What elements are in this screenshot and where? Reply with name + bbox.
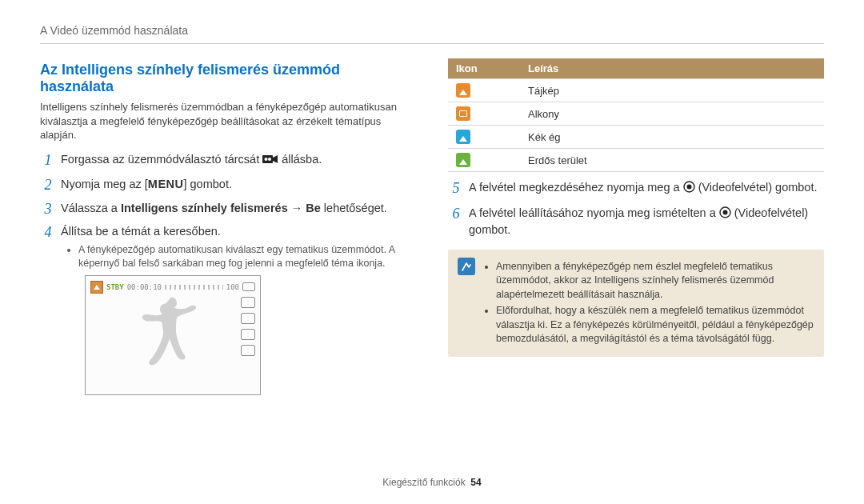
step-4: Állítsa be a témát a keresőben. A fényké… [40,224,416,394]
section-heading: Az Intelligens színhely felismerés üzemm… [40,62,416,95]
bluesky-icon [456,130,470,144]
preview-side-icon-1 [241,297,255,308]
step-3-text-b: lehetőséget. [321,202,387,214]
step-3-arrow: → [288,202,306,214]
svg-point-2 [268,158,271,161]
preview-side-icon-4 [241,345,255,356]
icon-table: Ikon Leírás Tájkép Alkony Kék ég Erdős t… [448,58,824,172]
record-button-icon-2 [719,206,731,223]
svg-point-4 [686,185,691,190]
scene-icon [90,281,103,294]
steps-list-right: A felvétel megkezdéséhez nyomja meg a (V… [448,180,824,238]
subject-silhouette [141,290,205,383]
step-1-text-b: állásba. [282,153,322,166]
row-sunset: Alkony [520,102,824,126]
th-desc: Leírás [520,58,824,79]
svg-point-1 [265,158,268,161]
step-4-text: Állítsa be a témát a keresőben. [61,225,221,238]
step-2-text-b: ] gombot. [184,178,232,190]
landscape-icon [456,83,470,98]
step-2-text-a: Nyomja meg az [ [61,178,148,190]
right-column: Ikon Leírás Tájkép Alkony Kék ég Erdős t… [448,58,824,504]
video-mode-icon [262,154,278,170]
left-column: Az Intelligens színhely felismerés üzemm… [40,58,416,504]
th-icon: Ikon [448,58,520,79]
footer-label: Kiegészítő funkciók [382,477,465,488]
step-1-text-a: Forgassa az üzemmódválasztó tárcsát [61,153,262,166]
svg-point-6 [722,210,727,214]
step-3-bold-2: Be [306,202,321,214]
steps-list-left: Forgassa az üzemmódválasztó tárcsát állá… [40,152,416,395]
forest-icon [456,153,470,167]
step-2: Nyomja meg az [MENU] gombot. [40,177,416,193]
breadcrumb: A Videó üzemmód használata [40,24,824,44]
note-1: Amennyiben a fényképezőgép nem észlel me… [496,260,814,302]
row-bluesky: Kék ég [520,126,824,149]
row-landscape: Tájkép [520,79,824,102]
camera-preview: STBY 00:00:10 100 [85,275,261,395]
preview-side-icon-3 [241,329,255,340]
intro-text: Intelligens színhely felismerés üzemmódb… [40,100,416,142]
note-2: Előfordulhat, hogy a készülék nem a megf… [496,304,814,346]
page-footer: Kiegészítő funkciók 54 [0,477,864,488]
step-3-bold-1: Intelligens színhely felismerés [121,202,288,214]
sunset-icon [456,106,470,121]
step-6: A felvétel leállításához nyomja meg ismé… [448,206,824,238]
footer-page: 54 [470,477,481,488]
stby-label: STBY [106,282,124,292]
step-1: Forgassa az üzemmódválasztó tárcsát állá… [40,152,416,170]
preview-side-icon-2 [241,313,255,324]
step-5-text-a: A felvétel megkezdéséhez nyomja meg a [469,181,683,194]
step-3-text-a: Válassza a [61,202,121,214]
step-6-text-a: A felvétel leállításához nyomja meg ismé… [469,206,719,219]
step-3: Válassza a Intelligens színhely felismer… [40,201,416,217]
step-4-bullet: A fényképezőgép automatikusan kiválaszt … [78,243,416,270]
info-icon [458,258,475,275]
ruler [165,285,223,290]
preview-count: 100 [226,282,239,292]
step-5: A felvétel megkezdéséhez nyomja meg a (V… [448,180,824,198]
battery-icon [242,282,255,291]
row-forest: Erdős terület [520,149,824,172]
step-5-text-b: (Videofelvétel) gombot. [698,181,818,194]
note-box: Amennyiben a fényképezőgép nem észlel me… [448,250,824,357]
record-button-icon [683,181,695,198]
menu-label: MENU [148,178,184,190]
